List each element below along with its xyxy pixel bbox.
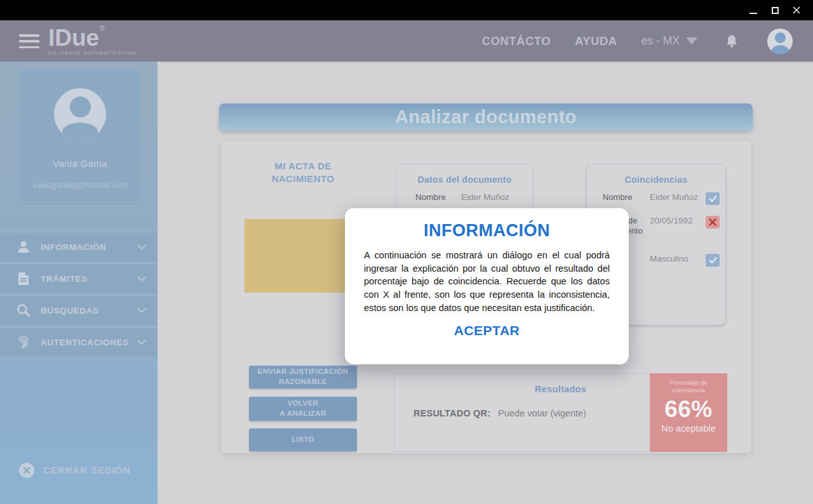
close-circle-icon [19,463,34,478]
logout-label: CERRAR SESIÓN [43,465,130,476]
table-row: Nombre Eider Muñoz [396,192,533,202]
profile-name: Vania Gama [18,158,142,169]
field-label: Nombre [603,192,645,202]
logout-button[interactable]: CERRAR SESIÓN [19,463,130,478]
dialog-title: INFORMACIÓN [345,221,629,241]
chevron-down-icon [137,308,146,314]
button-label-line: ENVIAR JUSTIFICACIÓN [258,367,349,377]
percentage-value: 66% [664,396,713,423]
document-icon [15,271,32,286]
header-nav: CONTÁCTO AYUDA es - MX [482,20,813,62]
cross-icon [706,216,720,229]
qr-result-value: Puede votar (vigente) [498,408,586,418]
button-label-line: VOLVER [288,399,319,409]
app-header: IDue® DILIGENCE AUTHENTICATION CONTÁCTO … [0,20,813,62]
user-avatar[interactable] [767,29,793,54]
sidebar: Vania Gama vaniagamag@hotmail.com INFORM… [0,62,160,504]
results-panel: Resultados RESULTADO QR: Puede votar (vi… [394,373,727,452]
nav-help[interactable]: AYUDA [575,34,617,48]
check-icon [706,254,720,267]
os-titlebar [0,0,813,20]
send-justification-button[interactable]: ENVIAR JUSTIFICACIÓN RAZONABLE [249,366,357,388]
field-value: 20/05/1992 [650,216,702,225]
information-dialog: INFORMACIÓN A continuación se mostrará u… [345,208,629,364]
chevron-down-icon [137,244,146,250]
profile-avatar [54,88,106,140]
chevron-down-icon [686,37,697,44]
avatar-body-shape [62,123,98,140]
sidebar-item-autenticaciones[interactable]: AUTENTICACIONES [0,328,158,357]
locale-value: es - MX [642,34,680,48]
qr-result-label: RESULTADO QR: [413,408,490,418]
logo-tagline: DILIGENCE AUTHENTICATION [48,51,137,56]
locale-selector[interactable]: es - MX [642,34,697,48]
page-title-bar: Analizar documento [219,103,753,131]
app-logo: IDue® DILIGENCE AUTHENTICATION [48,25,137,56]
nav-contact[interactable]: CONTÁCTO [482,34,551,48]
app-window: IDue® DILIGENCE AUTHENTICATION CONTÁCTO … [0,0,813,504]
dialog-body-text: A continuación se mostrará un diálogo en… [364,249,610,315]
button-label-line: RAZONABLE [279,377,327,387]
page-title: Analizar documento [395,107,577,128]
field-value: Masculino [650,254,702,263]
panel-title: Datos del documento [396,175,533,185]
field-value: Eider Muñoz [461,192,509,202]
avatar-head-shape [775,32,786,43]
sidebar-item-tramites[interactable]: TRÁMITES [0,264,158,293]
chevron-down-icon [137,276,146,282]
minimize-icon[interactable] [748,5,758,15]
field-label: Nombre [415,192,456,202]
percentage-caption: Porcentaje de coincidencia [663,379,714,395]
check-icon [706,192,720,205]
percentage-status: No aceptable [661,423,715,434]
person-icon [15,239,32,255]
done-button[interactable]: LISTO [249,428,357,451]
search-icon [15,303,32,318]
match-percentage-box: Porcentaje de coincidencia 66% No acepta… [650,373,727,452]
bell-icon[interactable] [725,34,738,48]
accept-button[interactable]: ACEPTAR [345,323,629,338]
document-label: MI ACTA DE NACIMIENTO [250,160,356,185]
avatar-head-shape [70,96,91,117]
close-icon[interactable] [791,5,802,15]
profile-card: Vania Gama vaniagamag@hotmail.com [18,69,141,202]
sidebar-menu: INFORMACIÓN TRÁMITES [0,232,158,359]
maximize-icon[interactable] [770,5,780,15]
panel-title: Coincidencias [587,175,725,185]
chevron-down-icon [137,340,146,345]
sidebar-item-label: AUTENTICACIONES [41,338,137,347]
button-label-line: A ANALIZAR [279,409,326,419]
fingerprint-icon [15,335,32,350]
table-row: Nombre Eider Muñoz [587,192,725,205]
profile-email: vaniagamag@hotmail.com [18,181,142,190]
qr-result-row: RESULTADO QR: Puede votar (vigente) [413,408,586,418]
registered-mark: ® [100,25,104,32]
sidebar-item-informacion[interactable]: INFORMACIÓN [0,232,158,262]
reanalyze-button[interactable]: VOLVER A ANALIZAR [249,397,357,421]
hamburger-icon[interactable] [19,34,39,48]
sidebar-item-label: TRÁMITES [41,274,137,284]
sidebar-item-label: INFORMACIÓN [41,242,137,252]
logo-text: IDue [48,25,99,51]
sidebar-item-label: BÚSQUEDAS [41,306,137,315]
field-value: Eider Muñoz [650,192,702,202]
button-label-line: LISTO [292,435,314,445]
avatar-body-shape [772,45,789,54]
sidebar-item-busquedas[interactable]: BÚSQUEDAS [0,296,158,325]
